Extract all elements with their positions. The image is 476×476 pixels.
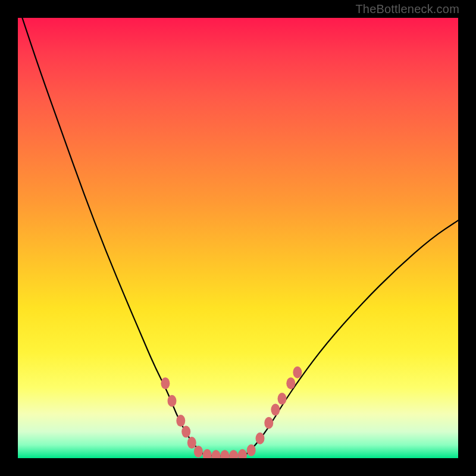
data-marker [176,415,185,427]
chart-frame: TheBottleneck.com [0,0,476,476]
data-marker [187,437,196,449]
data-marker [229,450,238,458]
data-marker [278,393,287,405]
data-marker [271,404,280,416]
data-marker [256,433,265,444]
marker-layer [161,367,302,458]
curve-path [22,18,458,456]
watermark-text: TheBottleneck.com [355,2,459,16]
data-marker [264,417,273,429]
data-marker [286,377,295,389]
data-marker [293,367,302,378]
data-marker [203,449,212,458]
bottleneck-curve [22,18,458,456]
data-marker [181,426,190,438]
plot-area [18,18,458,458]
data-marker [168,395,177,407]
data-marker [212,450,221,458]
data-marker [161,377,170,389]
data-marker [247,444,256,456]
data-marker [194,446,203,458]
data-marker [238,449,247,458]
data-marker [220,450,229,458]
curve-layer [18,18,458,458]
